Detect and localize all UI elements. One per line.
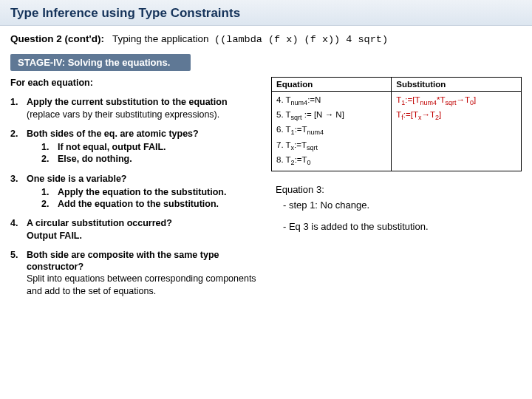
step-body: Both side are composite with the same ty…	[27, 249, 258, 297]
step-head: Both side are composite with the same ty…	[27, 249, 258, 297]
substep-number: 2.	[41, 153, 58, 165]
step-body: Apply the current substitution to the eq…	[27, 96, 258, 120]
substep-text: Else, do nothing.	[58, 153, 258, 165]
substep-item: 1.If not equal, output FAIL.	[41, 141, 258, 153]
step-head: A circular substitution occurred?Output …	[27, 217, 258, 242]
substep-item: 2.Else, do nothing.	[41, 153, 258, 165]
substeps: 1.If not equal, output FAIL.2.Else, do n…	[27, 141, 258, 166]
foreach-label: For each equation:	[10, 77, 258, 89]
substep-number: 1.	[41, 186, 58, 198]
step-item: 4.A circular substitution occurred?Outpu…	[10, 217, 258, 242]
step-number: 2.	[10, 128, 27, 166]
question-lead: Typing the application	[112, 33, 209, 44]
substep-item: 2.Add the equation to the substitution.	[41, 198, 258, 210]
title-bar: Type Inference using Type Constraints	[0, 0, 532, 26]
step-body: A circular substitution occurred?Output …	[27, 217, 258, 242]
step-body: Both sides of the eq. are atomic types?1…	[27, 128, 258, 166]
substep-number: 1.	[41, 141, 58, 153]
step-item: 3.One side is a variable?1.Apply the equ…	[10, 173, 258, 211]
left-column: For each equation: 1.Apply the current s…	[10, 77, 258, 304]
stage-label: STAGE-IV: Solving the equations.	[18, 57, 170, 68]
th-substitution: Substitution	[392, 78, 522, 92]
substep-item: 1.Apply the equation to the substitution…	[41, 186, 258, 198]
step-head: Apply the current substitution to the eq…	[27, 96, 258, 120]
step-number: 3.	[10, 173, 27, 211]
th-equation: Equation	[272, 78, 392, 92]
note-item: Eq 3 is added to the substitution.	[283, 220, 522, 234]
stage-pill: STAGE-IV: Solving the equations.	[10, 54, 191, 71]
question-line: Question 2 (cont'd): Typing the applicat…	[0, 26, 532, 51]
steps-list: 1.Apply the current substitution to the …	[10, 96, 258, 297]
step-item: 1.Apply the current substitution to the …	[10, 96, 258, 120]
notes-list: step 1: No change.Eq 3 is added to the s…	[276, 199, 522, 234]
step-body: One side is a variable?1.Apply the equat…	[27, 173, 258, 211]
note-item: step 1: No change.	[283, 199, 522, 213]
page-title: Type Inference using Type Constraints	[10, 6, 522, 21]
step-number: 1.	[10, 96, 27, 120]
step-number: 5.	[10, 249, 27, 297]
question-code: ((lambda (f x) (f x)) 4 sqrt)	[214, 34, 388, 45]
substep-text: Apply the equation to the substitution.	[58, 186, 258, 198]
substeps: 1.Apply the equation to the substitution…	[27, 186, 258, 211]
content: For each equation: 1.Apply the current s…	[0, 71, 532, 304]
equation-cell: 4. Tnum4:=N5. Tsqrt := [N → N]6. T1:=Tnu…	[272, 92, 392, 171]
substitution-cell: T1:=[Tnum4*Tsqrt→T0]Tf:=[Tx→T2]	[392, 92, 522, 171]
step-head: One side is a variable?	[27, 173, 258, 185]
notes-heading: Equation 3:	[276, 183, 522, 197]
step-item: 5.Both side are composite with the same …	[10, 249, 258, 297]
equation-table: Equation Substitution 4. Tnum4:=N5. Tsqr…	[271, 77, 522, 171]
step-number: 4.	[10, 217, 27, 242]
substep-text: If not equal, output FAIL.	[58, 141, 258, 153]
right-column: Equation Substitution 4. Tnum4:=N5. Tsqr…	[271, 77, 522, 304]
question-label: Question 2 (cont'd):	[10, 33, 104, 44]
substep-text: Add the equation to the substitution.	[58, 198, 258, 210]
step-head: Both sides of the eq. are atomic types?	[27, 128, 258, 140]
step-item: 2.Both sides of the eq. are atomic types…	[10, 128, 258, 166]
notes: Equation 3: step 1: No change.Eq 3 is ad…	[271, 183, 522, 234]
substep-number: 2.	[41, 198, 58, 210]
